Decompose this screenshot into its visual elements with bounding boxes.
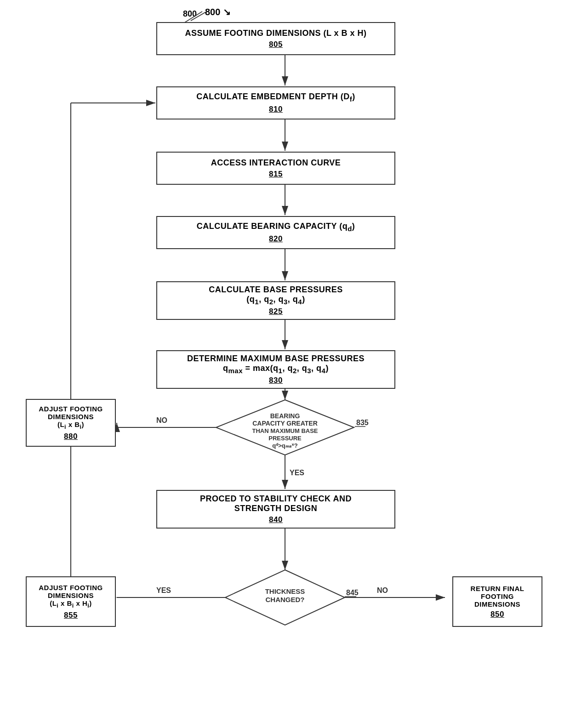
- box-820: CALCULATE BEARING CAPACITY (qd) 820: [156, 216, 395, 249]
- box-825-num: 825: [269, 307, 283, 316]
- svg-text:THAN MAXIMUM BASE: THAN MAXIMUM BASE: [252, 427, 318, 434]
- svg-text:835: 835: [356, 419, 369, 427]
- svg-text:CHANGED?: CHANGED?: [266, 596, 305, 603]
- box-810-num: 810: [269, 105, 283, 114]
- svg-text:YES: YES: [290, 469, 304, 477]
- box-815: ACCESS INTERACTION CURVE 815: [156, 152, 395, 185]
- box-805: ASSUME FOOTING DIMENSIONS (L x B x H) 80…: [156, 22, 395, 55]
- box-830-num: 830: [269, 376, 283, 385]
- box-805-text: ASSUME FOOTING DIMENSIONS (L x B x H): [185, 28, 366, 38]
- svg-text:YES: YES: [156, 586, 171, 594]
- svg-text:THICKNESS: THICKNESS: [265, 587, 305, 595]
- box-830-text: DETERMINE MAXIMUM BASE PRESSURESqmax = m…: [187, 354, 365, 375]
- box-840: PROCED TO STABILITY CHECK ANDSTRENGTH DE…: [156, 490, 395, 529]
- box-805-num: 805: [269, 40, 283, 49]
- box-815-text: ACCESS INTERACTION CURVE: [211, 158, 341, 168]
- svg-text:BEARING: BEARING: [270, 412, 300, 420]
- svg-text:CAPACITY GREATER: CAPACITY GREATER: [252, 420, 318, 427]
- diagram-label: 800: [183, 9, 197, 19]
- box-855-num: 855: [64, 611, 78, 620]
- diagram-number: 800 ↘: [205, 6, 231, 17]
- svg-text:qᵈ>qₘₐˣ?: qᵈ>qₘₐˣ?: [272, 442, 297, 449]
- box-850: RETURN FINALFOOTINGDIMENSIONS 850: [452, 576, 542, 627]
- svg-text:NO: NO: [377, 586, 388, 594]
- box-880-text: ADJUST FOOTINGDIMENSIONS(Li x Bi): [39, 405, 103, 430]
- svg-text:845: 845: [346, 589, 359, 597]
- box-880-num: 880: [64, 432, 78, 441]
- box-855: ADJUST FOOTINGDIMENSIONS(Li x Bi x Hi) 8…: [26, 576, 116, 627]
- box-825-text: CALCULATE BASE PRESSURES(q1, q2, q3, q4): [209, 285, 343, 306]
- box-830: DETERMINE MAXIMUM BASE PRESSURESqmax = m…: [156, 350, 395, 389]
- box-840-text: PROCED TO STABILITY CHECK ANDSTRENGTH DE…: [200, 494, 352, 513]
- svg-marker-16: [225, 570, 345, 625]
- box-855-text: ADJUST FOOTINGDIMENSIONS(Li x Bi x Hi): [39, 584, 103, 609]
- box-820-num: 820: [269, 234, 283, 244]
- svg-marker-7: [216, 400, 354, 455]
- flowchart-diagram: 800 YES NO: [0, 0, 570, 728]
- svg-text:PRESSURE: PRESSURE: [268, 435, 302, 442]
- box-850-text: RETURN FINALFOOTINGDIMENSIONS: [471, 585, 524, 608]
- box-840-num: 840: [269, 515, 283, 524]
- box-825: CALCULATE BASE PRESSURES(q1, q2, q3, q4)…: [156, 281, 395, 320]
- box-880: ADJUST FOOTINGDIMENSIONS(Li x Bi) 880: [26, 399, 116, 447]
- svg-text:NO: NO: [156, 416, 167, 424]
- box-810: CALCULATE EMBEDMENT DEPTH (Df) 810: [156, 86, 395, 119]
- box-850-num: 850: [490, 610, 504, 619]
- box-815-num: 815: [269, 170, 283, 179]
- box-820-text: CALCULATE BEARING CAPACITY (qd): [197, 222, 355, 233]
- box-810-text: CALCULATE EMBEDMENT DEPTH (Df): [196, 92, 355, 103]
